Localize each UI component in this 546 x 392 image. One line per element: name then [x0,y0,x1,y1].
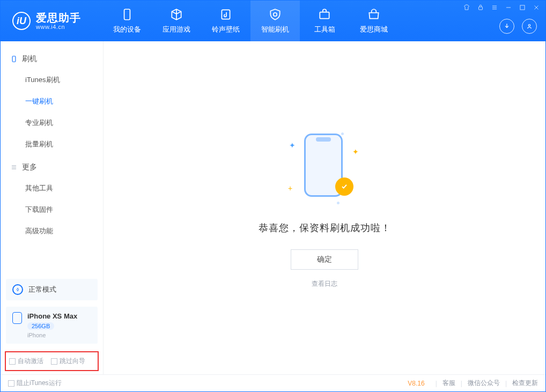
device-card[interactable]: iPhone XS Max 256GB iPhone [6,307,98,344]
sparkle-icon: + [288,184,292,193]
sidebar-item-download-firmware[interactable]: 下载固件 [1,199,103,220]
main-content: ✦ ✦ + 恭喜您，保资料刷机成功啦！ 确定 查看日志 [104,41,545,374]
mode-card[interactable]: 正常模式 [6,279,98,300]
mode-normal-icon [12,284,23,295]
svg-rect-3 [479,7,483,10]
checkbox-box-icon [9,358,16,365]
svg-rect-6 [12,56,16,62]
sidebar-item-pro-flash[interactable]: 专业刷机 [1,112,103,134]
ok-button[interactable]: 确定 [291,249,358,270]
window-controls-top [463,4,540,11]
footer-link-wechat[interactable]: 微信公众号 [468,379,500,388]
checkbox-label: 跳过向导 [60,357,85,366]
sidebar: 刷机 iTunes刷机 一键刷机 专业刷机 批量刷机 更多 其他工具 下载固件 … [1,41,104,374]
nav-label: 爱思商城 [360,25,388,34]
footer-link-support[interactable]: 客服 [442,379,455,388]
nav-label: 工具箱 [314,25,335,34]
brand-subtitle: www.i4.cn [36,24,81,30]
footer: 阻止iTunes运行 V8.16 | 客服 | 微信公众号 | 检查更新 [1,374,545,391]
toolbox-icon [318,8,331,21]
separator: | [461,380,462,387]
view-log-link[interactable]: 查看日志 [312,279,337,289]
checkbox-box-icon [8,380,14,387]
sidebar-item-itunes-flash[interactable]: iTunes刷机 [1,69,103,91]
nav-label: 智能刷机 [261,25,289,34]
brand: iU 爱思助手 www.i4.cn [1,1,102,41]
device-phone-icon [12,312,22,324]
success-illustration: ✦ ✦ + [282,127,367,208]
list-icon [10,164,18,171]
footer-links: | 客服 | 微信公众号 | 检查更新 [436,379,538,388]
shirt-icon[interactable] [463,4,470,11]
sidebar-group-more: 更多 [1,155,103,177]
app-window: iU 爱思助手 www.i4.cn 我的设备 应用游戏 铃声壁纸 智能刷机 [0,0,546,392]
device-name: iPhone XS Max [27,312,77,320]
music-note-icon [219,8,233,21]
maximize-icon[interactable] [519,4,526,11]
top-nav: 我的设备 应用游戏 铃声壁纸 智能刷机 工具箱 爱思商城 [102,1,399,41]
checkbox-label: 阻止iTunes运行 [17,379,62,388]
checkbox-auto-activate[interactable]: 自动激活 [9,357,43,366]
lock-icon[interactable] [477,4,484,11]
device-capacity-badge: 256GB [27,322,54,330]
close-icon[interactable] [533,4,540,11]
device-info: iPhone XS Max 256GB iPhone [27,312,77,338]
nav-store[interactable]: 爱思商城 [349,1,399,41]
nav-smart-flash[interactable]: 智能刷机 [250,1,300,41]
sidebar-group-flash: 刷机 [1,47,103,69]
sidebar-item-advanced[interactable]: 高级功能 [1,220,103,242]
nav-label: 我的设备 [113,25,141,34]
sidebar-group-title: 刷机 [22,54,37,64]
brand-title: 爱思助手 [36,12,81,24]
sparkle-icon: ✦ [352,147,359,156]
flash-options-row: 自动激活 跳过向导 [5,351,99,371]
checkbox-block-itunes[interactable]: 阻止iTunes运行 [8,379,62,388]
nav-label: 应用游戏 [163,25,190,34]
mode-label: 正常模式 [28,285,56,294]
checkbox-label: 自动激活 [18,357,43,366]
svg-rect-4 [520,5,525,10]
svg-point-5 [528,25,530,27]
brand-logo-icon: iU [12,12,31,30]
menu-icon[interactable] [491,4,498,11]
brand-text: 爱思助手 www.i4.cn [36,12,81,30]
user-icon[interactable] [522,19,537,34]
svg-rect-0 [124,9,130,20]
phone-icon [120,8,134,21]
header: iU 爱思助手 www.i4.cn 我的设备 应用游戏 铃声壁纸 智能刷机 [1,1,545,41]
sparkle-icon: ✦ [289,141,296,150]
body: 刷机 iTunes刷机 一键刷机 专业刷机 批量刷机 更多 其他工具 下载固件 … [1,41,545,374]
version-label: V8.16 [408,380,424,387]
sidebar-item-oneclick-flash[interactable]: 一键刷机 [1,91,103,112]
success-message: 恭喜您，保资料刷机成功啦！ [259,221,391,234]
phone-outline-icon [10,55,18,63]
sidebar-scroll: 刷机 iTunes刷机 一键刷机 专业刷机 批量刷机 更多 其他工具 下载固件 … [1,41,103,276]
dot-icon [337,202,340,204]
checkmark-badge-icon [335,177,353,196]
header-right-icons [499,19,537,34]
separator: | [436,380,437,387]
checkbox-box-icon [51,358,57,365]
nav-ringtone-wallpaper[interactable]: 铃声壁纸 [201,1,250,41]
cube-icon [169,8,183,21]
svg-point-7 [17,289,18,290]
nav-toolbox[interactable]: 工具箱 [300,1,349,41]
sidebar-item-other-tools[interactable]: 其他工具 [1,177,103,199]
svg-rect-2 [320,12,329,19]
separator: | [505,380,507,387]
minimize-icon[interactable] [505,4,512,11]
dot-icon [341,132,344,135]
nav-app-games[interactable]: 应用游戏 [152,1,201,41]
refresh-shield-icon [268,8,282,21]
nav-my-device[interactable]: 我的设备 [102,1,152,41]
store-icon [367,8,381,21]
svg-rect-1 [222,10,230,19]
nav-label: 铃声壁纸 [212,25,240,34]
device-type: iPhone [27,332,77,338]
sidebar-group-title: 更多 [22,162,37,172]
checkbox-skip-guide[interactable]: 跳过向导 [51,357,85,366]
footer-link-update[interactable]: 检查更新 [512,379,538,388]
download-icon[interactable] [499,19,514,34]
sidebar-item-batch-flash[interactable]: 批量刷机 [1,134,103,155]
